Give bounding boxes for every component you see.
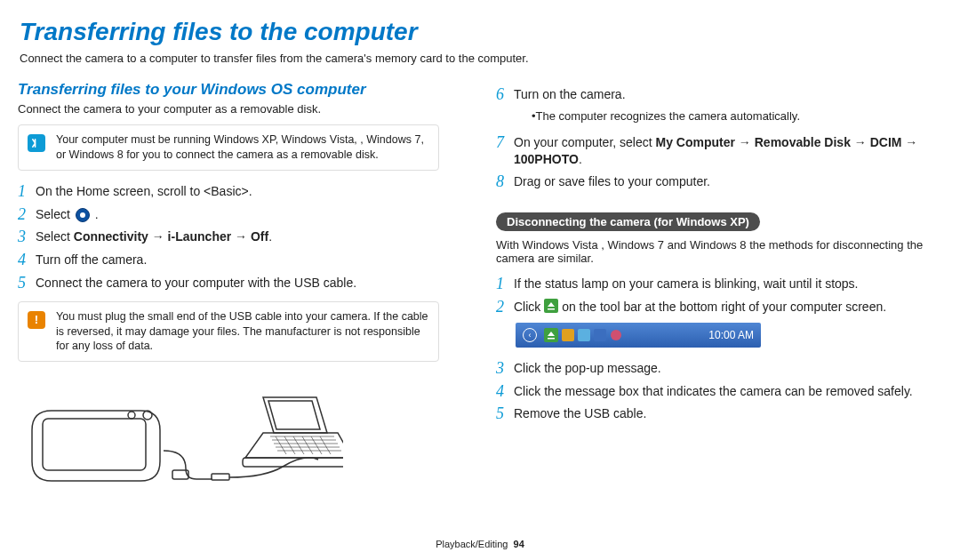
tray-volume-icon — [594, 329, 606, 341]
step-text: Select . — [36, 206, 464, 223]
safely-remove-icon — [544, 328, 558, 342]
step-text: Click the pop-up message. — [514, 360, 942, 377]
intro-text: Connect the camera to a computer to tran… — [20, 52, 942, 65]
warning-note-box: ! You must plug the small end of the USB… — [18, 301, 439, 363]
page-footer: Playback/Editing 94 — [0, 539, 960, 549]
step-number: 4 — [18, 252, 36, 269]
camera-to-laptop-illustration — [23, 381, 343, 497]
step-text: Turn on the camera. — [514, 87, 626, 101]
warning-note-text: You must plug the small end of the USB c… — [56, 310, 428, 353]
subsection-pill: Disconnecting the camera (for Windows XP… — [496, 212, 760, 231]
step-number: 8 — [496, 173, 514, 191]
tray-icon — [578, 329, 590, 341]
step-text: Click on the tool bar at the bottom righ… — [514, 299, 942, 317]
safely-remove-icon — [544, 299, 558, 317]
svg-rect-7 — [562, 329, 574, 341]
step-text: On your computer, select My Computer → R… — [514, 134, 942, 168]
svg-rect-4 — [212, 474, 229, 480]
info-note-box: Your computer must be running Windows XP… — [18, 124, 439, 171]
step-number: 5 — [496, 405, 514, 423]
tray-clock: 10:00 AM — [708, 329, 754, 341]
step-text: Turn off the camera. — [36, 252, 464, 268]
step-text: Connect the camera to your computer with… — [36, 275, 464, 292]
svg-point-2 — [128, 412, 135, 419]
info-icon — [28, 134, 45, 152]
step-number: 5 — [18, 275, 36, 292]
svg-point-10 — [611, 330, 621, 340]
tray-icon — [562, 329, 574, 341]
info-note-text: Your computer must be running Windows XP… — [56, 133, 424, 161]
mode-dial-icon — [76, 208, 90, 222]
step-text: On the Home screen, scroll to <Basic>. — [36, 183, 464, 200]
step-number: 3 — [496, 360, 514, 378]
step-number: 7 — [496, 134, 514, 152]
step-text: Drag or save files to your computer. — [514, 173, 942, 190]
section-heading: Transferring files to your Windows OS co… — [18, 81, 464, 99]
step-number: 1 — [18, 183, 36, 201]
step-text: If the status lamp on your camera is bli… — [514, 276, 942, 292]
step-number: 2 — [18, 206, 36, 224]
step-number: 2 — [496, 299, 514, 316]
windows-taskbar-tray: ‹ 10:00 AM — [516, 323, 761, 348]
step-number: 4 — [496, 383, 514, 401]
tray-icon — [610, 329, 622, 341]
sub-bullet: The computer recognizes the camera autom… — [532, 108, 942, 124]
page-title: Transferring files to the computer — [20, 18, 942, 46]
step-number: 6 — [496, 86, 514, 104]
svg-rect-8 — [578, 329, 590, 341]
svg-rect-0 — [43, 419, 146, 470]
step-number: 3 — [18, 228, 36, 246]
step-text: Click the message box that indicates the… — [514, 383, 942, 400]
section-subtext: Connect the camera to your computer as a… — [18, 102, 464, 116]
step-text: Remove the USB cable. — [514, 405, 942, 422]
subsection-subtext: With Windows Vista , Windows 7 and Windo… — [496, 238, 942, 265]
svg-rect-9 — [594, 329, 606, 341]
step-text: Select Connectivity → i-Launcher → Off. — [36, 228, 464, 245]
warning-icon: ! — [28, 311, 45, 329]
step-number: 1 — [496, 276, 514, 293]
tray-expand-icon: ‹ — [523, 328, 537, 342]
